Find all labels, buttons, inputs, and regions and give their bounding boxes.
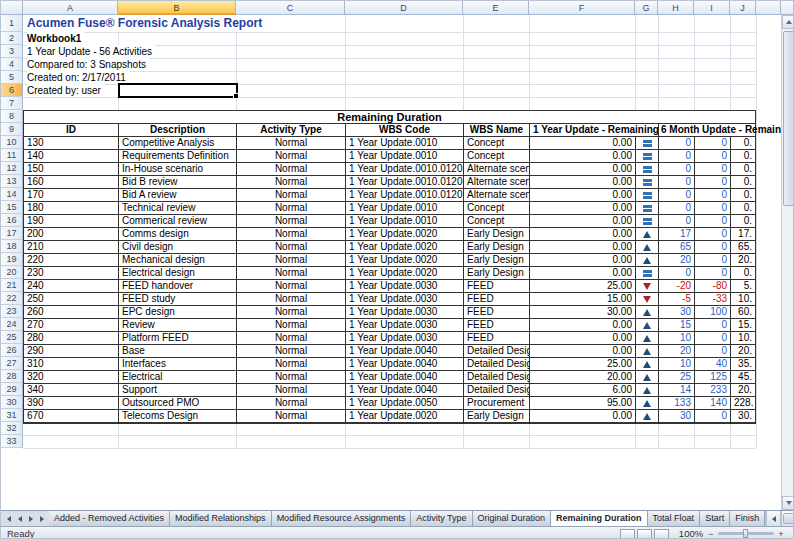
cell-wbs-name[interactable]: Detailed Design — [464, 358, 530, 371]
cell-wbs-name[interactable]: Early Design — [464, 254, 530, 267]
cell-wbs-code[interactable]: 1 Year Update.0010.0120 — [346, 189, 464, 202]
cell-year-value[interactable]: 0.00 — [530, 215, 636, 228]
cell-trend[interactable] — [636, 176, 659, 189]
cell-description[interactable]: In-House scenario — [119, 163, 237, 176]
cell-six-value[interactable]: 0. — [731, 189, 755, 202]
row-header-8[interactable]: 8 — [1, 110, 23, 123]
row-header-5[interactable]: 5 — [1, 71, 23, 84]
cell-description[interactable]: Telecoms Design — [119, 410, 237, 423]
cell-pct[interactable]: 0 — [695, 254, 731, 267]
cell-activity-type[interactable]: Normal — [237, 189, 346, 202]
cell-year-value[interactable]: 25.00 — [530, 358, 636, 371]
cell-description[interactable]: Electrical design — [119, 267, 237, 280]
cell-six-value[interactable]: 17. — [731, 228, 755, 241]
cell-six-value[interactable]: 35. — [731, 358, 755, 371]
cell-wbs-name[interactable]: FEED — [464, 319, 530, 332]
row-header-22[interactable]: 22 — [1, 292, 23, 305]
cell-delta[interactable]: 0 — [659, 150, 695, 163]
cell-wbs-code[interactable]: 1 Year Update.0050 — [346, 397, 464, 410]
cell-activity-type[interactable]: Normal — [237, 280, 346, 293]
row-header-10[interactable]: 10 — [1, 136, 23, 149]
vertical-scrollbar[interactable] — [781, 15, 794, 510]
cell-pct[interactable]: 0 — [695, 215, 731, 228]
cell-activity-type[interactable]: Normal — [237, 150, 346, 163]
row-header-13[interactable]: 13 — [1, 175, 23, 188]
column-header-D[interactable]: D — [345, 1, 463, 15]
scroll-down-button[interactable] — [782, 496, 794, 510]
cell-id[interactable]: 240 — [24, 280, 119, 293]
cell-trend[interactable] — [636, 267, 659, 280]
cell-delta[interactable]: 15 — [659, 319, 695, 332]
cell-delta[interactable]: 133 — [659, 397, 695, 410]
sheet-tab-start[interactable]: Start — [700, 511, 730, 526]
horizontal-scrollbar[interactable] — [765, 511, 794, 526]
cell-delta[interactable]: 20 — [659, 345, 695, 358]
cell-trend[interactable] — [636, 150, 659, 163]
cell-description[interactable]: Base — [119, 345, 237, 358]
cell-year-value[interactable]: 0.00 — [530, 241, 636, 254]
selected-cell-outline[interactable] — [118, 83, 238, 98]
cell-activity-type[interactable]: Normal — [237, 332, 346, 345]
cell-trend[interactable] — [636, 397, 659, 410]
cell-six-value[interactable]: 0. — [731, 202, 755, 215]
cell-activity-type[interactable]: Normal — [237, 371, 346, 384]
cell-wbs-code[interactable]: 1 Year Update.0030 — [346, 306, 464, 319]
cell-delta[interactable]: 0 — [659, 163, 695, 176]
cell-wbs-name[interactable]: Alternate scenario — [464, 189, 530, 202]
cell-activity-type[interactable]: Normal — [237, 137, 346, 150]
cell-activity-type[interactable]: Normal — [237, 410, 346, 423]
cell-id[interactable]: 190 — [24, 215, 119, 228]
cell-pct[interactable]: 0 — [695, 319, 731, 332]
cell-trend[interactable] — [636, 189, 659, 202]
cell-activity-type[interactable]: Normal — [237, 267, 346, 280]
cell-id[interactable]: 250 — [24, 293, 119, 306]
cell-delta[interactable]: -20 — [659, 280, 695, 293]
cell-trend[interactable] — [636, 241, 659, 254]
cell-id[interactable]: 170 — [24, 189, 119, 202]
cell-year-value[interactable]: 15.00 — [530, 293, 636, 306]
cell-id[interactable]: 160 — [24, 176, 119, 189]
cell-delta[interactable]: -5 — [659, 293, 695, 306]
cell-wbs-code[interactable]: 1 Year Update.0040 — [346, 345, 464, 358]
cell-wbs-name[interactable]: Concept — [464, 137, 530, 150]
cell-year-value[interactable]: 0.00 — [530, 176, 636, 189]
vertical-scroll-thumb[interactable] — [783, 31, 794, 206]
cell-wbs-name[interactable]: Procurement — [464, 397, 530, 410]
page-break-view-button[interactable] — [654, 529, 669, 539]
row-header-12[interactable]: 12 — [1, 162, 23, 175]
cell-six-value[interactable]: 10. — [731, 332, 755, 345]
column-header-I[interactable]: I — [694, 1, 730, 15]
cell-wbs-code[interactable]: 1 Year Update.0020 — [346, 241, 464, 254]
cell-delta[interactable]: 17 — [659, 228, 695, 241]
cell-year-value[interactable]: 0.00 — [530, 267, 636, 280]
cell-activity-type[interactable]: Normal — [237, 163, 346, 176]
cell-wbs-code[interactable]: 1 Year Update.0030 — [346, 332, 464, 345]
row-header-17[interactable]: 17 — [1, 227, 23, 240]
cell-delta[interactable]: 10 — [659, 332, 695, 345]
cell-wbs-code[interactable]: 1 Year Update.0030 — [346, 293, 464, 306]
cell-id[interactable]: 310 — [24, 358, 119, 371]
cell-wbs-code[interactable]: 1 Year Update.0030 — [346, 280, 464, 293]
cell-pct[interactable]: -33 — [695, 293, 731, 306]
cell-year-value[interactable]: 0.00 — [530, 189, 636, 202]
cell-six-value[interactable]: 65. — [731, 241, 755, 254]
first-sheet-button[interactable] — [5, 516, 12, 522]
row-header-32[interactable]: 32 — [1, 422, 23, 435]
cell-activity-type[interactable]: Normal — [237, 228, 346, 241]
cell-id[interactable]: 230 — [24, 267, 119, 280]
cell-pct[interactable]: 0 — [695, 176, 731, 189]
row-header-31[interactable]: 31 — [1, 409, 23, 422]
cell-wbs-name[interactable]: Alternate scenario — [464, 176, 530, 189]
cell-trend[interactable] — [636, 280, 659, 293]
cell-six-value[interactable]: 228. — [731, 397, 755, 410]
sheet-tab-finish[interactable]: Finish — [730, 511, 765, 526]
cell-six-value[interactable]: 10. — [731, 293, 755, 306]
cell-activity-type[interactable]: Normal — [237, 397, 346, 410]
cell-six-value[interactable]: 0. — [731, 176, 755, 189]
horizontal-scroll-thumb[interactable] — [783, 513, 794, 524]
cell-pct[interactable]: 0 — [695, 410, 731, 423]
row-header-3[interactable]: 3 — [1, 45, 23, 58]
cell-id[interactable]: 130 — [24, 137, 119, 150]
zoom-level[interactable]: 100% — [675, 528, 707, 539]
row-header-18[interactable]: 18 — [1, 240, 23, 253]
